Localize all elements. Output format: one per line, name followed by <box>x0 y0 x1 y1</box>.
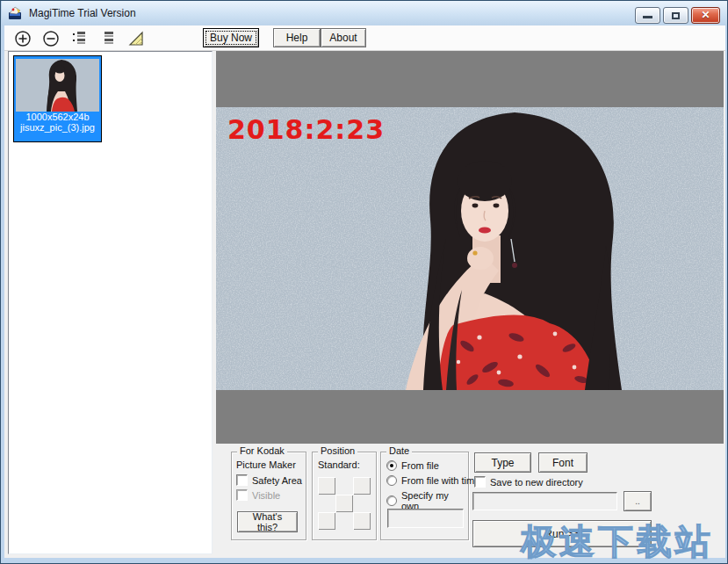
radio-specify-my-own-circle[interactable] <box>386 495 397 506</box>
visible-checkbox: Visible <box>236 489 280 501</box>
date-group-legend: Date <box>386 445 412 456</box>
radio-from-file-with-time[interactable]: From file with time <box>386 475 479 486</box>
app-icon <box>8 6 24 20</box>
browse-button[interactable]: .. <box>623 491 652 511</box>
position-cell-center[interactable] <box>335 495 353 512</box>
help-button[interactable]: Help <box>273 28 321 47</box>
radio-from-file[interactable]: From file <box>386 460 439 471</box>
select-all-button[interactable] <box>69 29 89 48</box>
kodak-group: For Kodak Picture Maker Safety Area Visi… <box>231 452 306 540</box>
thumbnail-filename: jisuxz_pic_(3).jpg <box>20 122 95 133</box>
title-bar[interactable]: MagiTime Trial Version ✕ <box>2 1 728 25</box>
position-cell-bottom-left[interactable] <box>318 512 335 530</box>
close-icon: ✕ <box>692 9 719 21</box>
picture-maker-label: Picture Maker <box>236 459 296 470</box>
thumbnail-image <box>16 59 99 112</box>
list-icon <box>99 29 119 48</box>
safety-area-checkbox-box[interactable] <box>236 474 248 486</box>
position-group-legend: Position <box>318 445 357 456</box>
wizard-icon <box>127 29 147 48</box>
save-to-new-directory-checkbox-box[interactable] <box>474 476 486 488</box>
visible-checkbox-box <box>236 489 248 501</box>
timestamp-overlay[interactable]: 2018:2:23 <box>227 114 385 145</box>
list-item[interactable]: 1000x562x24b jisuxz_pic_(3).jpg <box>13 55 102 142</box>
site-watermark: 极速下载站 <box>521 517 714 564</box>
remove-image-button[interactable] <box>41 29 61 48</box>
visible-label: Visible <box>252 490 280 501</box>
kodak-group-legend: For Kodak <box>237 445 287 456</box>
font-button[interactable]: Font <box>538 452 587 473</box>
thumbnail-dimensions: 1000x562x24b <box>25 112 89 122</box>
preview-pane: 2018:2:23 <box>216 51 724 444</box>
minimize-icon <box>643 16 652 18</box>
about-button[interactable]: About <box>321 28 366 47</box>
type-button[interactable]: Type <box>474 452 531 473</box>
app-window: MagiTime Trial Version ✕ <box>0 0 728 564</box>
maximize-icon <box>672 12 680 19</box>
radio-from-file-with-time-label: From file with time <box>401 475 479 486</box>
add-icon <box>13 29 32 48</box>
file-list[interactable]: 1000x562x24b jisuxz_pic_(3).jpg <box>8 51 213 554</box>
position-cell-bottom-right[interactable] <box>353 512 371 530</box>
window-title: MagiTime Trial Version <box>29 7 136 19</box>
maximize-button[interactable] <box>663 7 688 24</box>
wizard-tool-button[interactable] <box>127 29 147 48</box>
radio-from-file-circle[interactable] <box>386 460 397 471</box>
position-cell-top-left[interactable] <box>318 477 335 495</box>
select-all-icon <box>69 29 89 48</box>
add-image-button[interactable] <box>13 29 32 48</box>
radio-from-file-label: From file <box>401 460 439 471</box>
list-view-button[interactable] <box>99 29 119 48</box>
whats-this-button[interactable]: What's this? <box>237 511 298 532</box>
directory-input[interactable] <box>472 492 617 510</box>
position-cell-top-right[interactable] <box>353 477 371 495</box>
minimize-button[interactable] <box>635 7 660 24</box>
radio-from-file-with-time-circle[interactable] <box>386 475 397 486</box>
save-to-new-directory-label: Save to new directory <box>490 477 583 488</box>
safety-area-label: Safety Area <box>252 475 302 486</box>
client-area: 1000x562x24b jisuxz_pic_(3).jpg <box>4 51 725 558</box>
preview-photo <box>216 107 724 390</box>
remove-icon <box>41 29 61 48</box>
position-group: Position Standard: <box>312 452 377 540</box>
save-to-new-directory-checkbox[interactable]: Save to new directory <box>474 476 583 488</box>
close-button[interactable]: ✕ <box>691 7 720 24</box>
standard-label: Standard: <box>318 459 360 470</box>
safety-area-checkbox[interactable]: Safety Area <box>236 474 302 486</box>
date-group: Date From file From file with time Speci… <box>380 452 469 540</box>
buy-now-button[interactable]: Buy Now <box>203 28 259 47</box>
toolbar: Buy Now Help About <box>4 25 725 51</box>
custom-date-input[interactable] <box>387 509 464 528</box>
